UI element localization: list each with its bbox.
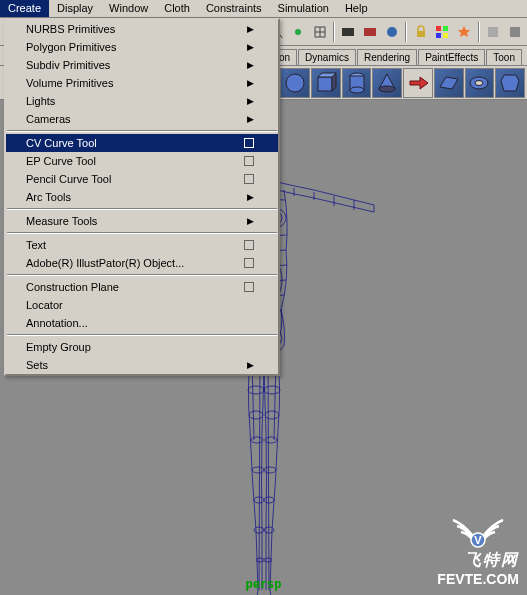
svg-point-0 — [295, 29, 301, 35]
menu-cameras[interactable]: Cameras▶ — [6, 110, 278, 128]
svg-point-15 — [286, 74, 304, 92]
option-box-icon[interactable] — [244, 156, 254, 166]
shelf-cube-icon[interactable] — [311, 68, 341, 98]
menu-nurbs-primitives[interactable]: NURBS Primitives▶ — [6, 20, 278, 38]
svg-rect-5 — [364, 28, 376, 36]
chevron-right-icon: ▶ — [247, 192, 254, 202]
menu-text[interactable]: Text — [6, 236, 278, 254]
menubar: Create Display Window Cloth Constraints … — [0, 0, 527, 18]
watermark-en: FEVTE.COM — [437, 571, 519, 587]
option-box-icon[interactable] — [244, 240, 254, 250]
tab-toon[interactable]: Toon — [486, 49, 522, 65]
option-box-icon[interactable] — [244, 258, 254, 268]
chevron-right-icon: ▶ — [247, 216, 254, 226]
svg-rect-10 — [436, 33, 441, 38]
svg-rect-11 — [443, 33, 448, 38]
svg-point-62 — [265, 437, 277, 443]
shelf-prism-icon[interactable] — [495, 68, 525, 98]
svg-point-61 — [251, 437, 263, 443]
render-icon[interactable] — [338, 21, 359, 43]
shelf-sphere-icon[interactable] — [280, 68, 310, 98]
menu-arc-tools[interactable]: Arc Tools▶ — [6, 188, 278, 206]
menu-simulation[interactable]: Simulation — [270, 0, 337, 17]
menu-annotation[interactable]: Annotation... — [6, 314, 278, 332]
menu-ep-curve-tool[interactable]: EP Curve Tool — [6, 152, 278, 170]
tab-painteffects[interactable]: PaintEffects — [418, 49, 485, 65]
menu-separator — [7, 232, 277, 234]
svg-marker-18 — [332, 73, 336, 91]
tab-rendering[interactable]: Rendering — [357, 49, 417, 65]
menu-separator — [7, 130, 277, 132]
render-globe-icon[interactable] — [381, 21, 402, 43]
watermark: V 飞特网 FEVTE.COM — [437, 512, 519, 587]
svg-rect-13 — [488, 27, 498, 37]
svg-point-64 — [264, 467, 276, 473]
camera-label: persp — [245, 577, 281, 591]
svg-point-57 — [248, 386, 264, 394]
chevron-right-icon: ▶ — [247, 96, 254, 106]
svg-marker-12 — [458, 26, 470, 37]
menu-pencil-curve-tool[interactable]: Pencil Curve Tool — [6, 170, 278, 188]
option-box-icon[interactable] — [244, 174, 254, 184]
chevron-right-icon: ▶ — [247, 42, 254, 52]
menu-illustrator-object[interactable]: Adobe(R) IllustPator(R) Object... — [6, 254, 278, 272]
svg-point-58 — [264, 386, 280, 394]
svg-rect-9 — [443, 26, 448, 31]
watermark-cn: 飞特网 — [437, 550, 519, 571]
menu-separator — [7, 274, 277, 276]
shelf-cylinder-icon[interactable] — [342, 68, 372, 98]
snap-grid-icon[interactable] — [309, 21, 330, 43]
menu-subdiv-primitives[interactable]: Subdiv Primitives▶ — [6, 56, 278, 74]
svg-rect-8 — [436, 26, 441, 31]
menu-construction-plane[interactable]: Construction Plane — [6, 278, 278, 296]
shelf-cone-icon[interactable] — [372, 68, 402, 98]
svg-rect-16 — [318, 77, 332, 91]
snap-point-icon[interactable] — [287, 21, 308, 43]
svg-point-21 — [350, 87, 364, 93]
shelf-plane-icon[interactable] — [434, 68, 464, 98]
option-box-icon[interactable] — [244, 138, 254, 148]
menu-polygon-primitives[interactable]: Polygon Primitives▶ — [6, 38, 278, 56]
shelf2-icon[interactable] — [504, 21, 525, 43]
svg-rect-4 — [342, 28, 354, 36]
palette-icon[interactable] — [432, 21, 453, 43]
menu-lights[interactable]: Lights▶ — [6, 92, 278, 110]
svg-point-23 — [379, 86, 395, 92]
menu-locator[interactable]: Locator — [6, 296, 278, 314]
svg-marker-25 — [440, 77, 458, 89]
svg-point-59 — [249, 411, 263, 419]
option-box-icon[interactable] — [244, 282, 254, 292]
svg-marker-24 — [410, 77, 428, 89]
chevron-right-icon: ▶ — [247, 78, 254, 88]
svg-marker-28 — [501, 75, 519, 91]
toolbar-separator — [333, 22, 335, 42]
menu-window[interactable]: Window — [101, 0, 156, 17]
menu-cloth[interactable]: Cloth — [156, 0, 198, 17]
menu-help[interactable]: Help — [337, 0, 376, 17]
menu-display[interactable]: Display — [49, 0, 101, 17]
shelf-arrow-icon[interactable] — [403, 68, 433, 98]
menu-sets[interactable]: Sets▶ — [6, 356, 278, 374]
create-menu-dropdown: NURBS Primitives▶ Polygon Primitives▶ Su… — [4, 18, 280, 376]
shelf1-icon[interactable] — [483, 21, 504, 43]
lock-icon[interactable] — [410, 21, 431, 43]
tab-dynamics[interactable]: Dynamics — [298, 49, 356, 65]
menu-constraints[interactable]: Constraints — [198, 0, 270, 17]
menu-separator — [7, 208, 277, 210]
ipr-icon[interactable] — [360, 21, 381, 43]
chevron-right-icon: ▶ — [247, 360, 254, 370]
svg-point-27 — [475, 80, 483, 85]
svg-rect-7 — [417, 31, 425, 37]
menu-create[interactable]: Create — [0, 0, 49, 17]
menu-measure-tools[interactable]: Measure Tools▶ — [6, 212, 278, 230]
explode-icon[interactable] — [454, 21, 475, 43]
menu-cv-curve-tool[interactable]: CV Curve Tool — [6, 134, 278, 152]
shelf-torus-icon[interactable] — [465, 68, 495, 98]
menu-separator — [7, 334, 277, 336]
svg-point-63 — [252, 467, 264, 473]
svg-point-6 — [387, 27, 397, 37]
menu-empty-group[interactable]: Empty Group — [6, 338, 278, 356]
menu-volume-primitives[interactable]: Volume Primitives▶ — [6, 74, 278, 92]
toolbar-separator — [478, 22, 480, 42]
svg-point-60 — [265, 411, 279, 419]
